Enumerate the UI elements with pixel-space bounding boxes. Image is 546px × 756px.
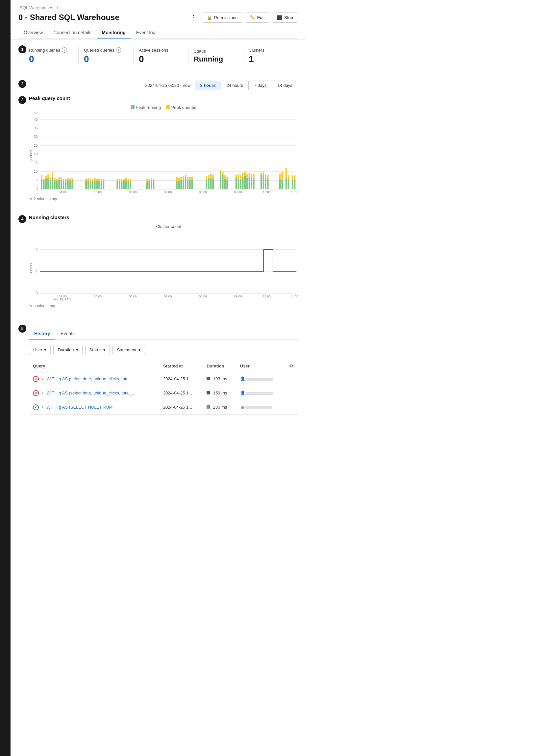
refresh-icon-clusters: ↻: [29, 304, 32, 308]
expand-icon-3[interactable]: ›: [42, 404, 43, 409]
svg-rect-34: [56, 181, 58, 189]
time-btn-7d[interactable]: 7 days: [249, 81, 272, 90]
svg-text:35: 35: [34, 126, 38, 130]
running-queries-info-icon[interactable]: i: [62, 47, 67, 53]
stat-active-sessions: Active sessions 0: [134, 48, 188, 64]
svg-rect-35: [56, 179, 58, 181]
svg-rect-114: [220, 172, 221, 189]
status-label: Status: [194, 49, 206, 54]
time-btn-24h[interactable]: 24 hours: [221, 81, 249, 90]
query-text-1[interactable]: WITH q AS (select date, unique_clicks, t…: [47, 376, 136, 381]
svg-text:08:00: 08:00: [199, 294, 207, 298]
svg-text:09:00: 09:00: [234, 294, 242, 298]
svg-text:Clusters: Clusters: [29, 263, 33, 275]
svg-rect-71: [119, 179, 120, 181]
svg-rect-151: [282, 172, 283, 179]
edit-button[interactable]: ✏️ Edit: [245, 13, 269, 23]
user-2: 👤: [236, 386, 284, 400]
legend-cluster-count: Cluster count: [146, 224, 181, 229]
svg-rect-55: [90, 179, 91, 182]
svg-rect-147: [267, 175, 269, 178]
step-badge-1: 1: [18, 45, 26, 53]
svg-rect-80: [130, 181, 131, 189]
svg-rect-144: [265, 178, 266, 189]
filter-duration[interactable]: Duration ▾: [53, 345, 82, 355]
duration-bar-2: [207, 391, 210, 394]
tab-overview[interactable]: Overview: [18, 27, 48, 39]
history-tabs: History Events: [29, 328, 298, 340]
svg-rect-126: [240, 179, 241, 189]
query-text-3[interactable]: WITH q AS (SELECT NULL FROM: [47, 404, 113, 409]
refresh-icon-peak: ↻: [29, 197, 32, 201]
svg-rect-28: [50, 180, 51, 189]
svg-rect-128: [242, 177, 244, 189]
duration-3: 230 ms: [203, 400, 236, 414]
peak-query-chart-section: Peak query count Peak running Peak queue…: [29, 95, 298, 201]
running-clusters-svg: 0 1 2 Clusters: [29, 232, 298, 300]
tab-connection-details[interactable]: Connection details: [48, 27, 96, 39]
peak-query-svg: 0 5 10 15 20 25 30 35 40 45 Queries: [29, 113, 298, 194]
svg-rect-57: [92, 179, 93, 181]
filter-user-label: User: [33, 347, 42, 352]
col-header-settings[interactable]: ⚙: [284, 360, 298, 372]
tab-events[interactable]: Events: [55, 328, 80, 340]
svg-rect-77: [125, 178, 127, 181]
permissions-button[interactable]: 🔒 Permissions: [202, 13, 242, 23]
user-redacted-1: [246, 378, 273, 381]
started-at-1: 2024-04-25 1...: [159, 372, 203, 386]
svg-text:Apr 25, 2024: Apr 25, 2024: [54, 298, 72, 301]
duration-value-1: 193 ms: [213, 376, 227, 381]
svg-rect-39: [61, 177, 62, 180]
stat-clusters: Clusters 1: [243, 48, 298, 64]
settings-3: [284, 400, 298, 414]
time-btn-14d[interactable]: 14 days: [272, 81, 298, 90]
filter-statement[interactable]: Statement ▾: [112, 345, 145, 355]
query-text-2[interactable]: WITH q AS (select date, unique_clicks, t…: [47, 390, 136, 395]
svg-rect-102: [189, 180, 191, 189]
breadcrumb[interactable]: SQL Warehouses ›: [18, 5, 298, 10]
svg-rect-96: [183, 180, 184, 189]
query-cell-3[interactable]: ✓ › WITH q AS (SELECT NULL FROM: [29, 400, 159, 414]
expand-icon-1[interactable]: ›: [42, 376, 43, 381]
svg-text:1: 1: [36, 269, 38, 273]
svg-rect-141: [261, 173, 262, 175]
svg-rect-70: [119, 181, 120, 189]
svg-rect-50: [85, 181, 87, 189]
svg-text:07:00: 07:00: [164, 190, 172, 194]
tab-history[interactable]: History: [29, 328, 55, 340]
svg-rect-143: [263, 172, 264, 175]
cluster-count-line: [146, 227, 154, 227]
svg-rect-41: [63, 179, 64, 181]
svg-rect-33: [54, 178, 56, 181]
time-btn-8h[interactable]: 8 hours: [195, 81, 221, 90]
svg-rect-121: [226, 177, 228, 180]
col-header-query: Query: [29, 360, 159, 372]
query-cell-2[interactable]: ✕ › WITH q AS (select date, unique_click…: [29, 386, 159, 400]
svg-rect-140: [261, 175, 262, 189]
filter-user[interactable]: User ▾: [29, 345, 51, 355]
svg-rect-92: [178, 181, 180, 189]
stat-queued-queries: Queued queries i 0: [79, 47, 134, 64]
svg-rect-97: [183, 176, 184, 179]
stop-button[interactable]: ⬛ Stop: [272, 13, 298, 23]
queued-queries-info-icon[interactable]: i: [116, 47, 121, 53]
svg-text:2: 2: [36, 247, 38, 251]
time-button-group: 8 hours 24 hours 7 days 14 days: [195, 81, 298, 90]
svg-rect-93: [178, 178, 180, 181]
svg-rect-110: [210, 178, 212, 189]
svg-rect-108: [208, 178, 210, 189]
svg-rect-60: [96, 181, 98, 189]
svg-rect-66: [103, 181, 104, 189]
more-button[interactable]: ⋮: [187, 12, 199, 23]
filter-status[interactable]: Status ▾: [85, 345, 110, 355]
tab-event-log[interactable]: Event log: [131, 27, 161, 39]
svg-text:07:00: 07:00: [164, 294, 172, 298]
lock-icon: 🔒: [207, 15, 212, 20]
svg-rect-24: [45, 179, 47, 189]
query-cell-1[interactable]: ✕ › WITH q AS (select date, unique_click…: [29, 372, 159, 386]
svg-rect-158: [294, 180, 296, 189]
clusters-label: Clusters: [249, 48, 264, 53]
tab-monitoring[interactable]: Monitoring: [97, 27, 131, 39]
time-controls: 2024-04-25 03:20 - now 8 hours 24 hours …: [29, 77, 298, 95]
expand-icon-2[interactable]: ›: [42, 390, 43, 395]
